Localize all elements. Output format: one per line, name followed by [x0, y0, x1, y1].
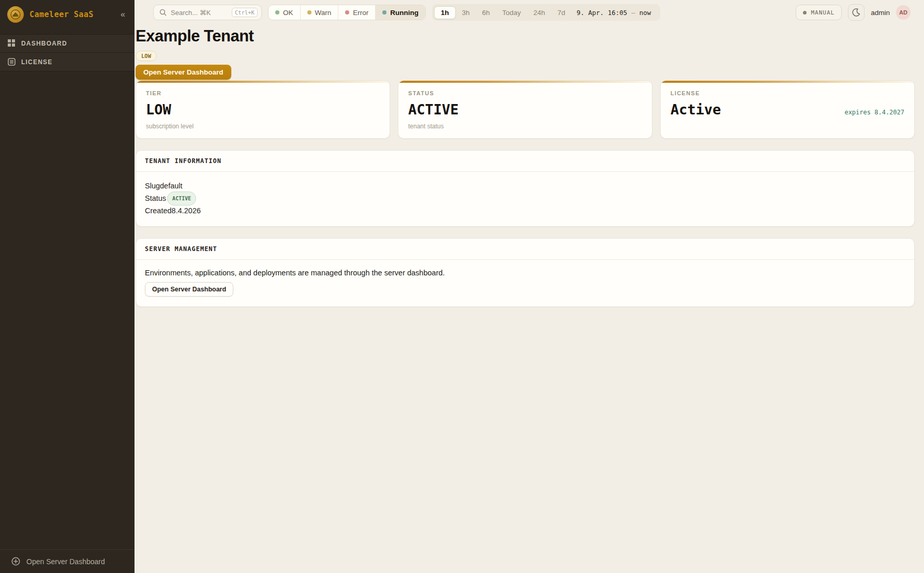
- filter-label: Error: [353, 9, 368, 17]
- brand: Cameleer SaaS «: [0, 0, 135, 29]
- card-value: LOW: [146, 101, 380, 117]
- range-24h[interactable]: 24h: [527, 7, 552, 19]
- open-server-dashboard-button[interactable]: Open Server Dashboard: [136, 65, 231, 80]
- filter-running[interactable]: Running: [375, 5, 425, 20]
- range-3h[interactable]: 3h: [456, 7, 476, 19]
- range-detail: 9. Apr. 16:05 — now: [571, 9, 658, 17]
- range-from: 9. Apr. 16:05: [576, 9, 627, 17]
- row-label: Status: [145, 193, 166, 204]
- filter-error[interactable]: Error: [338, 5, 375, 20]
- sidebar-footer-label: Open Server Dashboard: [26, 557, 105, 566]
- filter-warn[interactable]: Warn: [300, 5, 338, 20]
- theme-toggle-button[interactable]: [848, 4, 865, 21]
- stat-cards-row: TIER LOW subscription level STATUS ACTIV…: [136, 80, 915, 139]
- range-1h[interactable]: 1h: [434, 6, 456, 19]
- user-name: admin: [871, 9, 890, 17]
- open-server-dashboard-secondary-button[interactable]: Open Server Dashboard: [145, 282, 233, 297]
- error-status-dot: [345, 10, 349, 14]
- sidebar-nav: DASHBOARD LICENSE: [0, 34, 135, 71]
- filter-label: Running: [390, 9, 419, 17]
- brand-title: Cameleer SaaS: [29, 10, 94, 19]
- sidebar-item-label: LICENSE: [21, 58, 52, 66]
- sidebar-item-dashboard[interactable]: DASHBOARD: [0, 34, 135, 53]
- topbar: Ctrl+K OK Warn Error Running 1h 3h 6: [135, 0, 924, 24]
- search-icon: [159, 9, 167, 16]
- globe-plus-icon: [11, 557, 20, 566]
- server-management-section: SERVER MANAGEMENT Environments, applicat…: [136, 238, 915, 307]
- content: Example Tenant LOW Open Server Dashboard…: [135, 24, 924, 307]
- range-separator: —: [631, 9, 635, 17]
- status-card: STATUS ACTIVE tenant status: [398, 80, 652, 139]
- tenant-information-section: TENANT INFORMATION Slugdefault Status AC…: [136, 150, 915, 227]
- moon-icon: [852, 8, 860, 17]
- card-subtitle: tenant status: [408, 123, 642, 130]
- license-expiry-note: expires 8.4.2027: [844, 109, 904, 116]
- time-range-group: 1h 3h 6h Today 24h 7d 9. Apr. 16:05 — no…: [432, 4, 660, 21]
- warn-status-dot: [307, 10, 311, 14]
- card-label: TIER: [146, 90, 380, 96]
- row-value: default: [160, 181, 183, 192]
- tier-card: TIER LOW subscription level: [136, 80, 390, 139]
- range-6h[interactable]: 6h: [476, 7, 496, 19]
- search-input[interactable]: [171, 9, 228, 17]
- search-box[interactable]: Ctrl+K: [153, 5, 262, 20]
- topbar-right: MANUAL admin AD: [796, 4, 911, 21]
- range-to: now: [639, 9, 651, 17]
- running-status-dot: [382, 10, 386, 14]
- search-shortcut-badge: Ctrl+K: [232, 8, 258, 17]
- document-icon: [8, 58, 16, 66]
- filter-label: OK: [283, 9, 293, 17]
- filter-label: Warn: [315, 9, 332, 17]
- page-title: Example Tenant: [136, 27, 915, 46]
- ok-status-dot: [275, 10, 279, 14]
- sidebar-open-server-dashboard[interactable]: Open Server Dashboard: [0, 549, 135, 573]
- manual-refresh-button[interactable]: MANUAL: [796, 5, 842, 20]
- card-value: Active: [670, 101, 721, 117]
- main-area: Ctrl+K OK Warn Error Running 1h 3h 6: [135, 0, 924, 573]
- active-status-badge: ACTIVE: [167, 192, 196, 205]
- manual-status-dot: [803, 11, 807, 14]
- tenant-status-row: Status ACTIVE: [145, 192, 905, 205]
- status-filter-group: OK Warn Error Running: [268, 5, 426, 20]
- card-label: LICENSE: [670, 90, 904, 96]
- card-subtitle: subscription level: [146, 123, 380, 130]
- card-label: STATUS: [408, 90, 642, 96]
- server-management-description: Environments, applications, and deployme…: [145, 269, 905, 277]
- tenant-created-row: Created8.4.2026: [145, 205, 905, 216]
- row-label: Created: [145, 205, 172, 216]
- sidebar: Cameleer SaaS « DASHBOARD: [0, 0, 135, 573]
- section-title: TENANT INFORMATION: [136, 151, 914, 172]
- brand-logo-camel-icon: [7, 6, 24, 23]
- filter-ok[interactable]: OK: [269, 5, 300, 20]
- tenant-slug-row: Slugdefault: [145, 181, 905, 192]
- sidebar-collapse-icon[interactable]: «: [118, 9, 127, 20]
- grid-icon: [8, 39, 16, 48]
- license-card: LICENSE Active expires 8.4.2027: [660, 80, 915, 139]
- row-value: 8.4.2026: [172, 205, 201, 216]
- row-label: Slug: [145, 181, 160, 192]
- range-7d[interactable]: 7d: [551, 7, 571, 19]
- sidebar-item-license[interactable]: LICENSE: [0, 53, 135, 71]
- range-today[interactable]: Today: [496, 7, 527, 19]
- manual-label: MANUAL: [811, 9, 834, 16]
- user-avatar[interactable]: AD: [896, 5, 911, 20]
- tier-badge: LOW: [136, 51, 157, 61]
- sidebar-item-label: DASHBOARD: [21, 40, 67, 47]
- section-title: SERVER MANAGEMENT: [136, 239, 914, 260]
- card-value: ACTIVE: [408, 101, 642, 117]
